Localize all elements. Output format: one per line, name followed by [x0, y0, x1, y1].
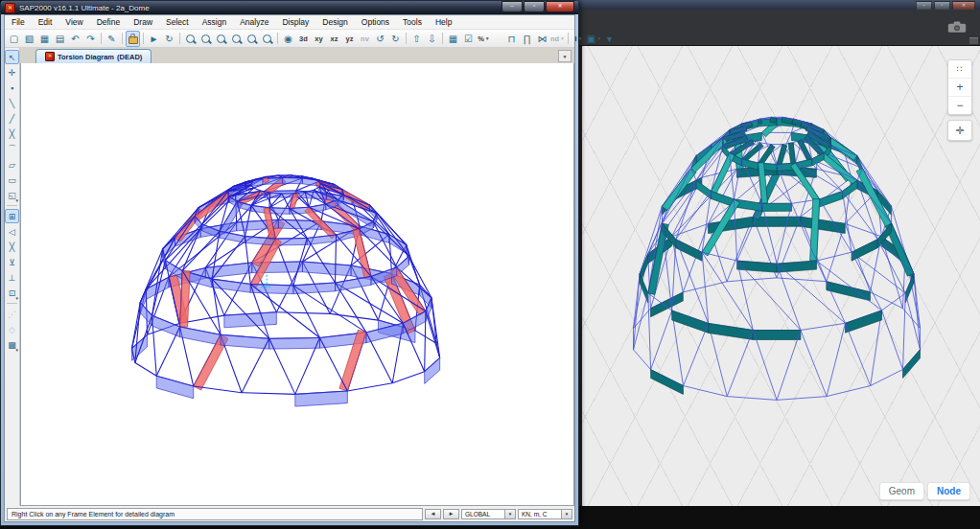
- viewer-3d-canvas[interactable]: ∷+− ✛ GeomNode: [582, 46, 980, 506]
- maximize-button[interactable]: ▫: [934, 1, 950, 10]
- run-analysis-button[interactable]: ►: [147, 31, 161, 47]
- draw-joint-button[interactable]: ▪: [5, 80, 19, 95]
- more-tools-dropdown[interactable]: ▾: [602, 31, 617, 47]
- reshape-object-button[interactable]: ✛: [5, 65, 19, 80]
- next-load-case-button[interactable]: ►: [443, 509, 459, 519]
- show-values-dropdown[interactable]: %▼: [477, 31, 491, 47]
- viewer-menu-icon[interactable]: [969, 37, 978, 44]
- rotate-view-left-button[interactable]: ↺: [373, 31, 387, 47]
- camera-icon[interactable]: [947, 20, 967, 34]
- geom-button[interactable]: Geom: [879, 482, 924, 500]
- modify-geometry-button[interactable]: ✎: [105, 31, 119, 47]
- menu-define[interactable]: Define: [90, 15, 128, 29]
- previous-load-case-button[interactable]: ◄: [425, 509, 441, 519]
- dropdown-arrow-icon[interactable]: ▼: [15, 198, 19, 203]
- view-3d-button[interactable]: 3d: [296, 31, 311, 47]
- menu-help[interactable]: Help: [429, 15, 458, 29]
- fit-view-button[interactable]: ∷: [948, 60, 971, 78]
- menu-edit[interactable]: Edit: [32, 15, 59, 29]
- zoom-in-button[interactable]: [229, 31, 244, 47]
- pan-button[interactable]: [260, 31, 274, 47]
- snap-to-lines-button[interactable]: ⊡▼: [5, 286, 19, 300]
- view-xy-button[interactable]: xy: [312, 31, 326, 47]
- quick-draw-braces-button[interactable]: ╳: [5, 126, 19, 141]
- save-button[interactable]: ▦: [37, 31, 52, 47]
- assign-shell-button[interactable]: ∏: [520, 31, 534, 47]
- rotate-view-right-button[interactable]: ↻: [388, 31, 403, 47]
- new-model-button[interactable]: ▢: [7, 31, 21, 47]
- menu-analyze[interactable]: Analyze: [233, 15, 275, 29]
- named-view-button[interactable]: nv: [358, 31, 372, 47]
- menu-draw[interactable]: Draw: [127, 15, 159, 29]
- assign-link-button[interactable]: ⋈: [535, 31, 549, 47]
- dropdown-arrow-icon[interactable]: ▼: [15, 348, 19, 353]
- quick-draw-area-button[interactable]: ◱▼: [5, 188, 19, 202]
- next-window-button[interactable]: ⇩: [425, 31, 439, 47]
- print-button[interactable]: ▤: [53, 31, 67, 47]
- dropdown-arrow-icon[interactable]: ▼: [560, 35, 565, 41]
- object-options-button[interactable]: ☑: [461, 31, 476, 47]
- area-section-dropdown[interactable]: ▣▼: [587, 31, 601, 47]
- coord-system-dropdown-icon[interactable]: ▼: [504, 510, 515, 518]
- maximize-button[interactable]: ▫: [524, 1, 545, 12]
- minimize-button[interactable]: –: [502, 1, 523, 12]
- glue-joints-button[interactable]: ◇: [5, 322, 19, 336]
- perspective-toggle-button[interactable]: ◉: [281, 31, 295, 47]
- snap-to-midpoints-button[interactable]: ⊻: [5, 255, 19, 269]
- draw-rect-area-button[interactable]: ▭: [5, 172, 19, 187]
- rerun-analysis-button[interactable]: ↻: [162, 31, 176, 47]
- pan-tool-button[interactable]: ✛: [947, 120, 972, 141]
- zoom-in-button[interactable]: +: [948, 78, 971, 96]
- select-pointer-button[interactable]: ↖: [5, 50, 19, 64]
- menu-tools[interactable]: Tools: [396, 15, 429, 29]
- assign-frame-button[interactable]: ⊓: [504, 31, 519, 47]
- snap-to-ends-button[interactable]: ◁: [5, 224, 19, 239]
- draw-frame-button[interactable]: ╲: [5, 96, 19, 110]
- set-display-options-button[interactable]: ▦: [446, 31, 460, 47]
- menu-view[interactable]: View: [58, 15, 89, 29]
- minimize-button[interactable]: –: [916, 1, 932, 10]
- zoom-out-button[interactable]: −: [948, 96, 971, 114]
- units-combo[interactable]: KN, m, C ▼: [518, 509, 572, 519]
- previous-window-button[interactable]: ⇧: [409, 31, 424, 47]
- zoom-out-button[interactable]: [245, 31, 259, 47]
- restore-full-view-button[interactable]: [198, 31, 213, 47]
- coord-system-combo[interactable]: GLOBAL ▼: [461, 509, 516, 519]
- menu-options[interactable]: Options: [355, 15, 396, 29]
- quick-draw-frame-button[interactable]: ╱: [5, 111, 19, 126]
- snap-to-joints-button[interactable]: ⊞: [5, 209, 19, 223]
- snap-to-intersections-button[interactable]: ╳: [5, 240, 19, 254]
- dropdown-arrow-icon[interactable]: ▼: [15, 296, 19, 301]
- view-xz-button[interactable]: xz: [327, 31, 341, 47]
- tab-torsion-diagram[interactable]: ✕ Torsion Diagram (DEAD): [35, 49, 152, 63]
- nd-dropdown[interactable]: nd▼: [550, 31, 565, 47]
- window-list-dropdown[interactable]: ▼: [558, 50, 572, 62]
- previous-zoom-button[interactable]: [214, 31, 228, 47]
- redo-button[interactable]: ↷: [83, 31, 98, 47]
- edit-grid-button[interactable]: ▩▼: [5, 337, 19, 352]
- menu-display[interactable]: Display: [275, 15, 315, 29]
- menu-design[interactable]: Design: [315, 15, 354, 29]
- undo-button[interactable]: ↶: [68, 31, 82, 47]
- model-viewport[interactable]: [20, 63, 574, 506]
- titlebar[interactable]: ✕ SAP2000 v16.1.1 Ultimate - 2a_Dome –▫✕: [1, 1, 578, 14]
- dropdown-arrow-icon[interactable]: ▼: [485, 35, 490, 41]
- lock-model-button[interactable]: [126, 31, 140, 47]
- units-dropdown-icon[interactable]: ▼: [561, 510, 572, 518]
- snap-to-perpendicular-button[interactable]: ⊥: [5, 270, 19, 285]
- menu-file[interactable]: File: [5, 15, 32, 29]
- node-button[interactable]: Node: [927, 482, 970, 500]
- dropdown-arrow-icon[interactable]: ▼: [578, 35, 583, 41]
- menu-select[interactable]: Select: [159, 15, 196, 29]
- close-button[interactable]: ✕: [952, 1, 975, 10]
- rubber-band-zoom-button[interactable]: [183, 31, 198, 47]
- dropdown-arrow-icon[interactable]: ▼: [596, 35, 601, 41]
- quick-draw-secondary-beams-button[interactable]: ⌒: [5, 142, 19, 156]
- close-button[interactable]: ✕: [546, 1, 574, 12]
- draw-poly-area-button[interactable]: ▱: [5, 157, 19, 172]
- menu-assign[interactable]: Assign: [196, 15, 234, 29]
- frame-section-dropdown[interactable]: I▼: [572, 31, 586, 47]
- view-yz-button[interactable]: yz: [342, 31, 357, 47]
- open-file-button[interactable]: ▧: [22, 31, 36, 47]
- divide-frames-button[interactable]: ⋰: [5, 307, 19, 321]
